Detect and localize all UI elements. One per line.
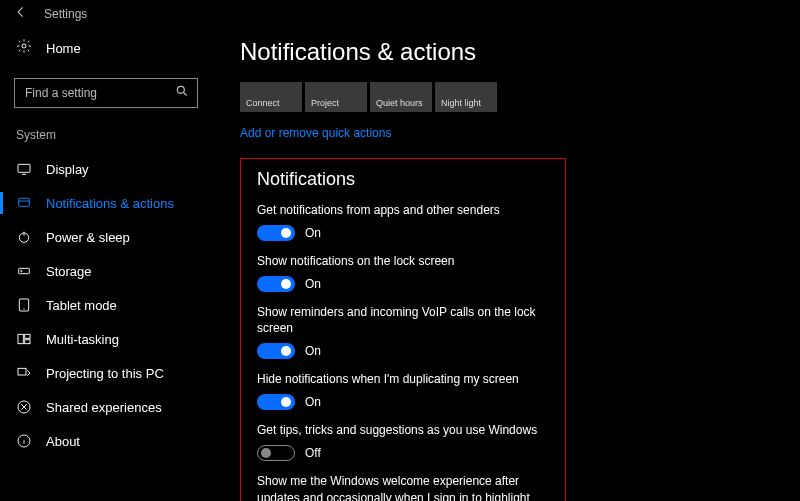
main-content: Notifications & actions Connect Project … (240, 28, 800, 501)
sidebar-item-multitask[interactable]: Multi-tasking (0, 322, 212, 356)
svg-point-1 (177, 86, 184, 93)
toggle-label: On (305, 226, 321, 240)
toggle-label: On (305, 344, 321, 358)
sidebar-item-projecting[interactable]: Projecting to this PC (0, 356, 212, 390)
toggle-label: On (305, 277, 321, 291)
tile-project[interactable]: Project (305, 82, 367, 112)
section-label: System (0, 122, 212, 152)
setting-get-notifications: Get notifications from apps and other se… (257, 202, 549, 241)
setting-desc: Get notifications from apps and other se… (257, 202, 549, 219)
sidebar-item-about[interactable]: About (0, 424, 212, 458)
sidebar-item-label: Shared experiences (46, 400, 162, 415)
notifications-icon (16, 195, 32, 211)
toggle-hide-duplicating[interactable] (257, 394, 295, 410)
app-title: Settings (44, 7, 87, 21)
sidebar-item-display[interactable]: Display (0, 152, 212, 186)
sidebar-item-storage[interactable]: Storage (0, 254, 212, 288)
setting-desc: Show reminders and incoming VoIP calls o… (257, 304, 549, 338)
sidebar-item-label: About (46, 434, 80, 449)
toggle-label: Off (305, 446, 321, 460)
shared-icon (16, 399, 32, 415)
setting-desc: Show me the Windows welcome experience a… (257, 473, 549, 501)
tablet-icon (16, 297, 32, 313)
page-title: Notifications & actions (240, 28, 800, 82)
search-input[interactable] (25, 86, 175, 100)
svg-rect-11 (18, 368, 26, 375)
toggle-label: On (305, 395, 321, 409)
home-button[interactable]: Home (0, 28, 212, 68)
power-icon (16, 229, 32, 245)
projecting-icon (16, 365, 32, 381)
quick-action-tiles: Connect Project Quiet hours Night light (240, 82, 800, 112)
storage-icon (16, 263, 32, 279)
toggle-lock-screen[interactable] (257, 276, 295, 292)
svg-point-0 (22, 44, 26, 48)
search-input-container[interactable] (14, 78, 198, 108)
setting-desc: Show notifications on the lock screen (257, 253, 549, 270)
sidebar-item-label: Notifications & actions (46, 196, 174, 211)
svg-rect-9 (25, 334, 30, 338)
gear-icon (16, 38, 32, 58)
tile-night-light[interactable]: Night light (435, 82, 497, 112)
sidebar-item-power[interactable]: Power & sleep (0, 220, 212, 254)
sidebar-item-label: Tablet mode (46, 298, 117, 313)
display-icon (16, 161, 32, 177)
sidebar-item-label: Power & sleep (46, 230, 130, 245)
section-heading: Notifications (257, 169, 549, 190)
sidebar-item-notifications[interactable]: Notifications & actions (0, 186, 212, 220)
sidebar-item-label: Display (46, 162, 89, 177)
edit-quick-actions-link[interactable]: Add or remove quick actions (240, 112, 391, 158)
sidebar-item-tablet[interactable]: Tablet mode (0, 288, 212, 322)
setting-welcome-experience: Show me the Windows welcome experience a… (257, 473, 549, 501)
toggle-get-notifications[interactable] (257, 225, 295, 241)
setting-desc: Get tips, tricks and suggestions as you … (257, 422, 549, 439)
setting-hide-duplicating: Hide notifications when I'm duplicating … (257, 371, 549, 410)
sidebar-item-label: Multi-tasking (46, 332, 119, 347)
multitask-icon (16, 331, 32, 347)
svg-rect-8 (18, 334, 23, 343)
tile-quiet-hours[interactable]: Quiet hours (370, 82, 432, 112)
tile-connect[interactable]: Connect (240, 82, 302, 112)
setting-tips: Get tips, tricks and suggestions as you … (257, 422, 549, 461)
svg-rect-3 (19, 198, 30, 206)
setting-reminders-voip: Show reminders and incoming VoIP calls o… (257, 304, 549, 360)
setting-lock-screen: Show notifications on the lock screen On (257, 253, 549, 292)
home-label: Home (46, 41, 81, 56)
toggle-reminders-voip[interactable] (257, 343, 295, 359)
sidebar-item-label: Projecting to this PC (46, 366, 164, 381)
svg-rect-10 (25, 340, 30, 344)
search-icon (175, 84, 189, 102)
svg-point-6 (21, 270, 22, 271)
toggle-tips[interactable] (257, 445, 295, 461)
sidebar-item-label: Storage (46, 264, 92, 279)
sidebar: Home System Display Notifications & acti… (0, 28, 212, 501)
setting-desc: Hide notifications when I'm duplicating … (257, 371, 549, 388)
svg-rect-2 (18, 164, 30, 172)
notifications-section: Notifications Get notifications from app… (240, 158, 566, 501)
about-icon (16, 433, 32, 449)
back-icon[interactable] (14, 5, 28, 23)
sidebar-item-shared[interactable]: Shared experiences (0, 390, 212, 424)
